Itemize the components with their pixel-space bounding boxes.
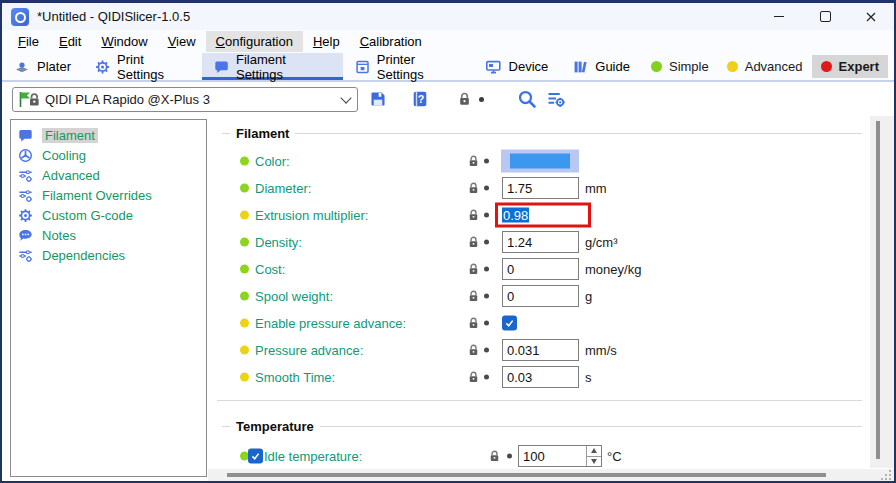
density-input[interactable]: 1.24 xyxy=(502,231,579,253)
setting-row-enable-pressure-advance: Enable pressure advance: xyxy=(217,311,870,335)
revert-dot-icon[interactable] xyxy=(484,213,489,218)
lock-icon xyxy=(457,91,472,107)
tab-guide[interactable]: Guide xyxy=(560,53,642,80)
spin-up-button[interactable] xyxy=(587,446,601,457)
sidebar-item-filament[interactable]: Filament xyxy=(11,125,206,145)
lock-icon[interactable] xyxy=(467,208,480,222)
pressure-advance-input[interactable]: 0.031 xyxy=(502,339,579,361)
input-value: 0 xyxy=(507,262,514,277)
sidebar-item-label: Cooling xyxy=(42,148,86,163)
tab-filament-settings[interactable]: Filament Settings xyxy=(202,53,343,80)
extrusion-multiplier-input-highlighted[interactable]: 0.98 xyxy=(495,203,591,228)
lock-icon[interactable] xyxy=(467,316,480,330)
spool-weight-input[interactable]: 0 xyxy=(502,285,579,307)
revert-dot-icon[interactable] xyxy=(484,267,489,272)
resize-grip-icon[interactable] xyxy=(880,470,892,480)
sidebar-item-dependencies[interactable]: Dependencies xyxy=(11,245,206,265)
sidebar-item-label: Filament Overrides xyxy=(42,188,152,203)
tab-device[interactable]: Device xyxy=(473,53,561,80)
preset-name: QIDI PLA Rapido @X-Plus 3 xyxy=(45,92,210,107)
menu-edit[interactable]: Edit xyxy=(49,31,91,52)
options-gear-icon xyxy=(18,168,33,183)
tab-plater[interactable]: Plater xyxy=(2,53,83,80)
enable-pressure-advance-checkbox[interactable] xyxy=(502,316,517,331)
setting-label: Pressure advance: xyxy=(255,343,363,358)
sidebar-item-notes[interactable]: Notes xyxy=(11,225,206,245)
modified-dot-icon xyxy=(240,238,249,247)
sidebar-item-filament-overrides[interactable]: Filament Overrides xyxy=(11,185,206,205)
setting-label: Color: xyxy=(255,154,290,169)
revert-dot-icon[interactable] xyxy=(484,321,489,326)
menu-file[interactable]: File xyxy=(8,31,49,52)
menu-help[interactable]: Help xyxy=(303,31,350,52)
mode-simple[interactable]: Simple xyxy=(642,55,718,78)
vertical-scrollbar[interactable] xyxy=(870,116,894,468)
setting-row-diameter: Diameter: 1.75 mm xyxy=(217,176,870,200)
cost-input[interactable]: 0 xyxy=(502,258,579,280)
revert-dot-icon[interactable] xyxy=(507,454,512,459)
help-icon: ? xyxy=(411,90,429,108)
sidebar-item-label: Filament xyxy=(42,128,98,143)
unit-label: money/kg xyxy=(585,262,641,277)
chevron-up-icon xyxy=(591,448,597,453)
tab-print-settings[interactable]: Print Settings xyxy=(83,53,202,80)
lock-icon[interactable] xyxy=(467,370,480,384)
tab-printer-settings[interactable]: Printer Settings xyxy=(343,53,473,80)
revert-dot-icon[interactable] xyxy=(484,375,489,380)
sidebar-item-advanced[interactable]: Advanced xyxy=(11,165,206,185)
search-button[interactable] xyxy=(517,89,537,109)
mode-expert[interactable]: Expert xyxy=(812,55,888,78)
lock-icon[interactable] xyxy=(467,154,480,168)
spin-down-button[interactable] xyxy=(587,457,601,467)
setting-label: Density: xyxy=(255,235,302,250)
diameter-input[interactable]: 1.75 xyxy=(502,177,579,199)
preset-toolbar: QIDI PLA Rapido @X-Plus 3 ? xyxy=(2,82,894,116)
lock-icon[interactable] xyxy=(467,343,480,357)
sidebar-item-label: Custom G-code xyxy=(42,208,133,223)
modified-dot-icon xyxy=(240,319,249,328)
app-window: *Untitled - QIDISlicer-1.0.5 File Edit W… xyxy=(0,0,896,483)
horizontal-scrollbar-thumb[interactable] xyxy=(227,473,826,477)
help-button[interactable]: ? xyxy=(411,90,429,108)
vertical-scrollbar-thumb[interactable] xyxy=(876,121,880,459)
revert-dot-icon[interactable] xyxy=(484,240,489,245)
sidebar-item-custom-gcode[interactable]: Custom G-code xyxy=(11,205,206,225)
search-options-button[interactable] xyxy=(546,89,566,109)
sidebar-item-label: Advanced xyxy=(42,168,100,183)
minimize-button[interactable] xyxy=(756,3,802,30)
revert-dot-icon[interactable] xyxy=(484,348,489,353)
lock-toggle-button[interactable] xyxy=(457,91,472,107)
color-swatch-button[interactable] xyxy=(501,150,579,173)
revert-dot-icon[interactable] xyxy=(484,159,489,164)
preset-combobox[interactable]: QIDI PLA Rapido @X-Plus 3 xyxy=(12,87,358,112)
app-logo-icon xyxy=(11,8,29,26)
menu-window[interactable]: Window xyxy=(91,31,157,52)
sidebar-item-cooling[interactable]: Cooling xyxy=(11,145,206,165)
setting-row-smooth-time: Smooth Time: 0.03 s xyxy=(217,365,870,389)
menu-calibration[interactable]: Calibration xyxy=(350,31,432,52)
menu-view[interactable]: View xyxy=(158,31,206,52)
close-button[interactable] xyxy=(848,3,894,30)
sidebar-item-label: Dependencies xyxy=(42,248,125,263)
idle-temperature-checkbox[interactable] xyxy=(248,449,263,464)
preset-flag-lock-icon xyxy=(18,91,42,108)
idle-temperature-spinner[interactable]: 100 xyxy=(518,445,602,467)
close-icon xyxy=(864,10,878,24)
save-preset-button[interactable] xyxy=(369,90,387,108)
lock-icon[interactable] xyxy=(488,449,501,463)
tab-label: Plater xyxy=(37,59,71,74)
mode-advanced[interactable]: Advanced xyxy=(718,55,812,78)
lock-icon[interactable] xyxy=(467,289,480,303)
setting-label: Diameter: xyxy=(255,181,311,196)
lock-icon[interactable] xyxy=(467,181,480,195)
horizontal-scrollbar[interactable] xyxy=(208,469,894,481)
lock-icon[interactable] xyxy=(467,235,480,249)
setting-label: Idle temperature: xyxy=(264,449,362,464)
maximize-button[interactable] xyxy=(802,3,848,30)
revert-dot-icon[interactable] xyxy=(484,294,489,299)
smooth-time-input[interactable]: 0.03 xyxy=(502,366,579,388)
menu-configuration[interactable]: Configuration xyxy=(206,31,303,52)
revert-dot-icon[interactable] xyxy=(484,186,489,191)
revert-dot-icon[interactable] xyxy=(479,97,484,102)
lock-icon[interactable] xyxy=(467,262,480,276)
